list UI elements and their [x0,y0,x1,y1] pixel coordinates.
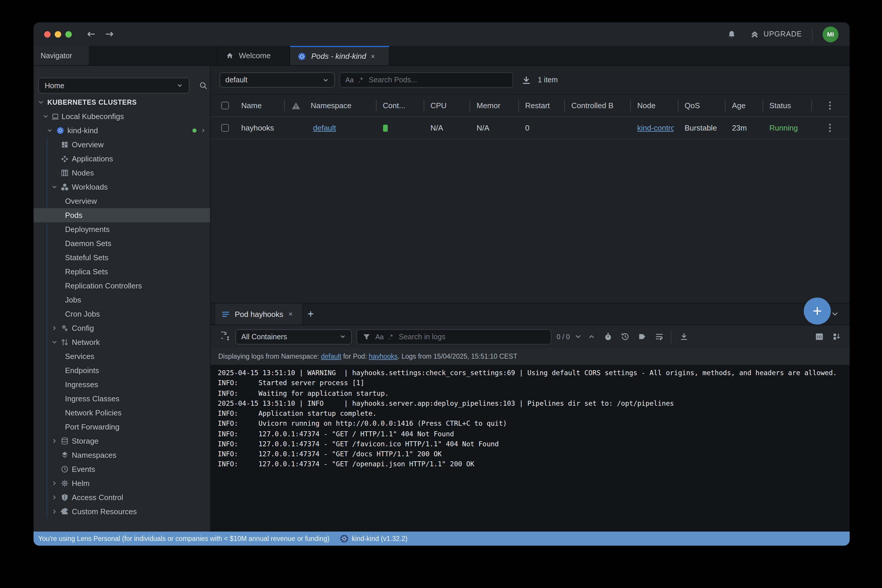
sidebar-item-ingress-classes[interactable]: Ingress Classes [33,392,210,406]
age-value: 23m [732,123,747,132]
sidebar-item-deployments[interactable]: Deployments [33,222,210,236]
avatar[interactable]: MI [823,26,838,42]
pods-search-input[interactable] [368,75,508,85]
sidebar-item-access-control[interactable]: Access Control [33,490,210,504]
close-dock-tab-icon[interactable]: × [288,310,293,318]
container-select[interactable]: All Containers [235,329,352,344]
sidebar-item-applications[interactable]: Applications [33,152,210,166]
download-logs-icon[interactable] [680,332,689,341]
location-select[interactable]: Home [38,78,189,93]
log-line: INFO: 127.0.0.1:47374 - "GET /favicon.ic… [218,439,850,450]
column-header-namespace[interactable]: Namespace [284,94,376,116]
sidebar-item-label: Overview [65,196,97,206]
tab-welcome[interactable]: Welcome [217,46,290,65]
sidebar-item-nodes[interactable]: Nodes [33,166,210,180]
sidebar-item-label: Services [65,352,95,361]
sidebar-item-storage[interactable]: Storage [33,434,210,448]
tab-pods-kind-kind[interactable]: Pods - kind-kind × [290,46,389,65]
logs-search-input[interactable] [398,332,546,341]
namespace-link[interactable]: default [321,352,341,360]
calendar-icon[interactable] [815,332,824,341]
sidebar-item-kind-kind[interactable]: kind-kind [33,123,210,138]
wrap-lines-icon[interactable] [655,332,664,341]
sidebar-item-workloads[interactable]: Workloads [33,180,210,194]
logs-info-middle: for Pod: [341,352,369,360]
sidebar-item-cron-jobs[interactable]: Cron Jobs [33,307,210,321]
sidebar-item-kubernetes-clusters[interactable]: KUBERNETES CLUSTERS [33,95,210,110]
sidebar-item-events[interactable]: Events [33,462,210,476]
close-window-button[interactable] [44,31,51,38]
prev-match-chevron-icon[interactable] [588,333,596,340]
sidebar-item-jobs[interactable]: Jobs [33,293,210,307]
scroll-to-bottom-icon[interactable] [832,332,841,341]
download-icon[interactable] [521,75,531,85]
filter-icon[interactable] [362,333,371,341]
sidebar-search-icon[interactable] [199,81,208,90]
namespace-select[interactable]: default [219,72,335,88]
tag-icon[interactable] [638,332,647,341]
chevron-right-icon[interactable] [201,128,206,133]
column-header-cpu[interactable]: CPU [423,94,470,116]
row-checkbox[interactable] [221,124,229,132]
column-header-name[interactable]: Name [210,94,284,116]
column-menu-kebab-icon[interactable] [829,105,831,106]
column-header-cont[interactable]: Cont... [376,94,423,116]
sidebar-item-helm[interactable]: Helm [33,476,210,490]
sidebar-item-replication-controllers[interactable]: Replication Controllers [33,279,210,293]
sidebar-item-ingresses[interactable]: Ingresses [33,378,210,392]
regex-toggle[interactable]: .* [388,333,393,340]
node-link[interactable]: kind-contro [637,123,674,132]
table-row[interactable]: hayhooksdefaultN/AN/A0kind-controBurstab… [210,117,850,140]
column-header-status[interactable]: Status [762,94,811,116]
follow-logs-icon[interactable] [221,332,231,342]
sidebar-item-services[interactable]: Services [33,349,210,363]
match-case-toggle[interactable]: Aa [346,76,354,84]
notifications-bell-icon[interactable] [727,30,736,39]
row-menu-kebab-icon[interactable] [829,127,831,129]
sidebar-item-stateful-sets[interactable]: Stateful Sets [33,250,210,265]
collapse-dock-icon[interactable] [831,310,839,318]
cluster-status[interactable]: kind-kind (v1.32.2) [340,534,407,543]
column-header-restart[interactable]: Restart [518,94,564,116]
dock-tab-pod-hayhooks[interactable]: Pod hayhooks × [215,303,302,325]
column-header-controlled-b[interactable]: Controlled B [564,94,630,116]
next-match-chevron-icon[interactable] [575,333,582,340]
logs-output[interactable]: 2025-04-15 13:51:10 | WARNING | hayhooks… [210,364,850,531]
column-header-age[interactable]: Age [725,94,762,116]
back-arrow-icon[interactable] [87,29,96,39]
sidebar-item-network-policies[interactable]: Network Policies [33,406,210,420]
add-resource-fab[interactable]: + [804,297,831,325]
sidebar-item-endpoints[interactable]: Endpoints [33,363,210,378]
sidebar-item-network[interactable]: Network [33,335,210,349]
sidebar-item-overview[interactable]: Overview [33,194,210,208]
column-label: CPU [430,101,446,110]
column-header-node[interactable]: Node [630,94,678,116]
new-dock-tab-button[interactable]: + [302,303,320,325]
regex-toggle[interactable]: .* [358,76,363,84]
column-header-memor[interactable]: Memor [470,94,518,116]
previous-logs-icon[interactable] [621,332,630,341]
sidebar-item-label: Port Forwarding [65,423,119,431]
sidebar-item-namespaces[interactable]: Namespaces [33,448,210,462]
sidebar-item-pods[interactable]: Pods [33,208,210,222]
sidebar-item-replica-sets[interactable]: Replica Sets [33,265,210,279]
container-status-square [383,124,388,131]
sidebar-item-port-forwarding[interactable]: Port Forwarding [33,420,210,434]
log-line: INFO: 127.0.0.1:47374 - "GET /openapi.js… [218,459,850,470]
select-all-checkbox[interactable] [221,102,229,110]
forward-arrow-icon[interactable] [105,29,114,39]
close-tab-icon[interactable]: × [371,52,375,60]
upgrade-button[interactable]: UPGRADE [750,30,802,39]
minimize-window-button[interactable] [55,31,61,38]
zoom-window-button[interactable] [65,31,72,38]
match-case-toggle[interactable]: Aa [376,333,384,340]
column-header-qos[interactable]: QoS [678,94,725,116]
sidebar-item-custom-resources[interactable]: Custom Resources [33,504,210,519]
sidebar-item-daemon-sets[interactable]: Daemon Sets [33,236,210,250]
sidebar-item-config[interactable]: Config [33,321,210,335]
pod-link[interactable]: hayhooks [369,352,397,360]
sidebar-item-local-kubeconfigs[interactable]: Local Kubeconfigs [33,110,210,123]
namespace-link[interactable]: default [313,123,336,132]
show-timestamps-icon[interactable] [604,332,613,341]
sidebar-item-overview[interactable]: Overview [33,138,210,152]
